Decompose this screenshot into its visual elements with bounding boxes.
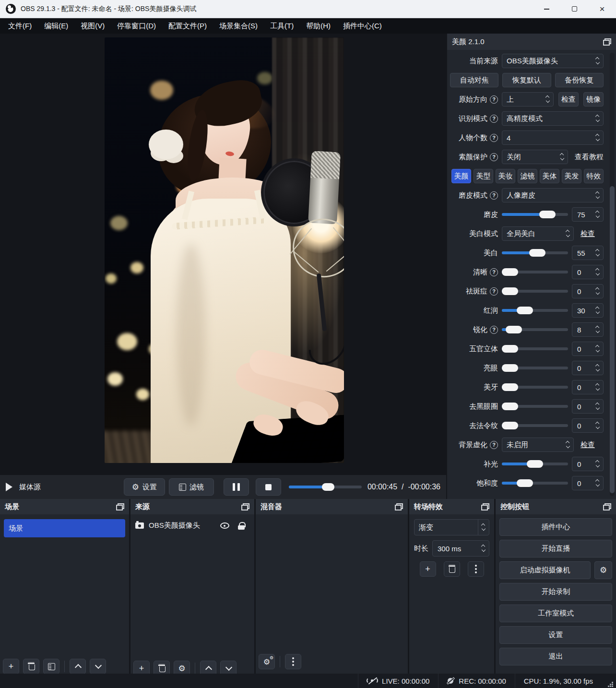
close-button[interactable]: × (588, 0, 616, 18)
duration-spinbox[interactable]: 300 ms (432, 540, 489, 557)
smooth-slider[interactable] (502, 211, 568, 218)
media-filters-button[interactable]: 滤镜 (169, 478, 214, 496)
whiten-spinbox[interactable]: 55 (572, 246, 604, 260)
rosy-spinbox[interactable]: 30 (572, 303, 604, 318)
filllight-slider[interactable] (502, 460, 568, 468)
popout-icon[interactable] (481, 503, 489, 510)
brighteyes-spinbox[interactable]: 0 (572, 361, 604, 375)
exit-button[interactable]: 退出 (499, 648, 612, 665)
tab-beauty[interactable]: 美颜 (451, 169, 471, 183)
nasolabial-spinbox[interactable]: 0 (572, 418, 604, 433)
makeup-protect-select[interactable]: 关闭 (502, 150, 568, 164)
clarity-slider[interactable] (502, 268, 568, 276)
tab-effects[interactable]: 特效 (584, 169, 604, 183)
menu-profile[interactable]: 配置文件(P) (162, 18, 213, 34)
tutorial-link[interactable]: 查看教程 (575, 153, 604, 162)
smooth-spinbox[interactable]: 75 (572, 207, 604, 222)
plugin-center-button[interactable]: 插件中心 (499, 518, 612, 536)
help-icon[interactable]: ? (490, 134, 498, 142)
restore-default-button[interactable]: 恢复默认 (502, 73, 551, 87)
filllight-spinbox[interactable]: 0 (572, 457, 604, 471)
popout-icon[interactable] (116, 503, 124, 510)
clarity-spinbox[interactable]: 0 (572, 265, 604, 279)
pause-button[interactable] (224, 478, 249, 496)
mixer-menu-button[interactable] (285, 654, 301, 669)
orientation-select[interactable]: 上 (502, 92, 554, 107)
menu-view[interactable]: 视图(V) (74, 18, 111, 34)
features3d-spinbox[interactable]: 0 (572, 342, 604, 356)
whiten-check-link[interactable]: 检查 (580, 229, 595, 238)
whiten-mode-select[interactable]: 全局美白 (502, 226, 574, 241)
scene-list-item[interactable]: 场景 (4, 519, 125, 537)
panel-scrollbar-thumb[interactable] (610, 186, 615, 493)
whiten-slider[interactable] (502, 249, 568, 257)
menu-tools[interactable]: 工具(T) (264, 18, 300, 34)
menu-edit[interactable]: 编辑(E) (38, 18, 74, 34)
tab-makeup[interactable]: 美妆 (496, 169, 515, 183)
help-icon[interactable]: ? (490, 287, 498, 296)
popout-icon[interactable] (603, 503, 611, 510)
current-source-select[interactable]: OBS美颜摄像头 (502, 54, 604, 68)
popout-icon[interactable] (395, 503, 403, 510)
saturation-spinbox[interactable]: 0 (572, 476, 604, 490)
tab-hair[interactable]: 美发 (562, 169, 581, 183)
help-icon[interactable]: ? (490, 326, 498, 334)
tab-filter[interactable]: 滤镜 (518, 169, 537, 183)
scene-filters-button[interactable] (43, 659, 59, 674)
help-icon[interactable]: ? (490, 441, 498, 449)
brighteyes-slider[interactable] (502, 364, 568, 372)
blemish-slider[interactable] (502, 287, 568, 295)
bg-blur-select[interactable]: 未启用 (502, 438, 574, 452)
start-streaming-button[interactable]: 开始直播 (499, 540, 612, 558)
help-icon[interactable]: ? (490, 95, 498, 104)
move-scene-down-button[interactable] (90, 659, 106, 674)
saturation-slider[interactable] (502, 479, 568, 487)
settings-button[interactable]: 设置 (499, 626, 612, 644)
remove-transition-button[interactable] (444, 561, 460, 577)
nasolabial-slider[interactable] (502, 422, 568, 429)
advanced-audio-button[interactable]: ⚙⚙ (259, 654, 275, 669)
resize-grip[interactable] (606, 680, 614, 688)
media-progress-slider[interactable] (289, 483, 362, 491)
menu-docks[interactable]: 停靠窗口(D) (111, 18, 162, 34)
help-icon[interactable]: ? (490, 153, 498, 161)
start-recording-button[interactable]: 开始录制 (499, 583, 612, 601)
features3d-slider[interactable] (502, 345, 568, 353)
bg-blur-check-link[interactable]: 检查 (580, 440, 595, 450)
add-scene-button[interactable]: + (3, 659, 19, 674)
darkcircle-slider[interactable] (502, 403, 568, 410)
menu-file[interactable]: 文件(F) (2, 18, 38, 34)
start-virtual-camera-button[interactable]: 启动虚拟摄像机 (499, 561, 591, 579)
sharpen-spinbox[interactable]: 8 (572, 322, 604, 337)
rosy-slider[interactable] (502, 307, 568, 314)
menu-plugin-center[interactable]: 插件中心(C) (337, 18, 388, 34)
tab-body[interactable]: 美体 (540, 169, 559, 183)
sharpen-slider[interactable] (502, 326, 568, 333)
help-icon[interactable]: ? (490, 268, 498, 276)
backup-restore-button[interactable]: 备份恢复 (555, 73, 604, 87)
media-settings-button[interactable]: ⚙ 设置 (124, 478, 165, 496)
lock-icon[interactable] (238, 522, 245, 530)
studio-mode-button[interactable]: 工作室模式 (499, 605, 612, 622)
help-icon[interactable]: ? (490, 115, 498, 123)
smooth-mode-select[interactable]: 人像磨皮 (502, 188, 604, 202)
darkcircle-spinbox[interactable]: 0 (572, 399, 604, 414)
popout-icon[interactable] (241, 503, 249, 510)
play-icon[interactable] (6, 483, 12, 491)
maximize-button[interactable] (560, 0, 588, 18)
source-list-item[interactable]: OBS美颜摄像头 (135, 521, 249, 530)
move-scene-up-button[interactable] (70, 659, 86, 674)
remove-scene-button[interactable] (23, 659, 39, 674)
menu-help[interactable]: 帮助(H) (300, 18, 337, 34)
add-transition-button[interactable]: + (420, 561, 436, 577)
mirror-button[interactable]: 镜像 (583, 92, 604, 107)
visibility-eye-icon[interactable] (220, 522, 229, 529)
blemish-spinbox[interactable]: 0 (572, 284, 604, 298)
help-icon[interactable]: ? (490, 191, 498, 200)
teeth-spinbox[interactable]: 0 (572, 380, 604, 394)
autofocus-button[interactable]: 自动对焦 (450, 73, 498, 87)
stop-button[interactable] (256, 478, 281, 496)
popout-icon[interactable] (603, 38, 611, 46)
person-count-spinbox[interactable]: 4 (502, 130, 604, 145)
detect-mode-select[interactable]: 高精度模式 (502, 111, 604, 126)
